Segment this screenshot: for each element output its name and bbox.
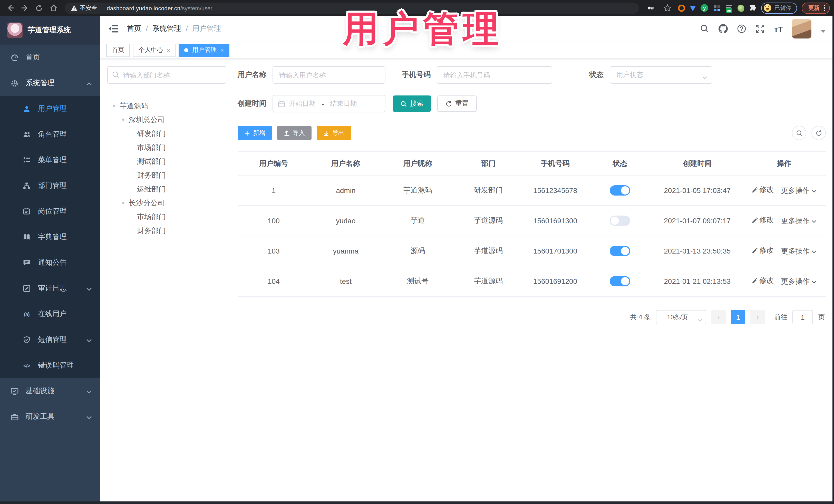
more-actions-label: 更多操作 bbox=[781, 186, 810, 196]
mobile-label: 手机号码 bbox=[402, 70, 431, 80]
extension-icon-orange-ring[interactable] bbox=[678, 4, 685, 12]
status-toggle[interactable] bbox=[610, 216, 630, 226]
username-input[interactable] bbox=[272, 66, 386, 84]
breadcrumb-system[interactable]: 系统管理 bbox=[152, 24, 181, 34]
browser-reload-button[interactable] bbox=[33, 2, 45, 14]
tree-caret-icon[interactable]: ▼ bbox=[111, 103, 119, 109]
sidebar-item-label: 首页 bbox=[26, 53, 92, 62]
page-1-button[interactable]: 1 bbox=[731, 310, 745, 324]
next-page-button[interactable]: › bbox=[750, 310, 765, 324]
sidebar-collapse-button[interactable] bbox=[108, 24, 118, 34]
chevron-down-icon bbox=[811, 250, 816, 253]
prev-page-button[interactable]: ‹ bbox=[711, 310, 726, 324]
sidebar-item-menu-management[interactable]: 菜单管理 bbox=[0, 147, 100, 173]
filter-row-1: 用户名称 手机号码 状态 用户状态 bbox=[238, 66, 826, 84]
help-icon[interactable] bbox=[737, 24, 746, 34]
github-icon[interactable] bbox=[719, 24, 728, 34]
cell-nickname: 源码 bbox=[382, 236, 454, 266]
dept-search-input[interactable] bbox=[107, 66, 226, 84]
mobile-input[interactable] bbox=[437, 66, 552, 84]
sidebar-item-system[interactable]: 系统管理 bbox=[0, 70, 100, 96]
edit-link[interactable]: 修改 bbox=[752, 216, 774, 225]
pagination-total: 共 4 条 bbox=[630, 312, 651, 322]
fullscreen-icon[interactable] bbox=[756, 24, 765, 34]
sidebar-item-online-users[interactable]: (a) 在线用户 bbox=[0, 301, 100, 327]
tree-node-label: 长沙分公司 bbox=[129, 198, 165, 207]
tree-node[interactable]: ▼芋道源码 bbox=[107, 99, 226, 113]
status-toggle[interactable] bbox=[610, 185, 630, 196]
extension-icon-on-badge[interactable]: on bbox=[725, 4, 733, 12]
refresh-table-button[interactable] bbox=[811, 126, 826, 140]
toggle-search-button[interactable] bbox=[792, 126, 806, 140]
search-button[interactable]: 搜索 bbox=[393, 95, 431, 112]
tab-profile[interactable]: 个人中心 × bbox=[133, 43, 176, 57]
sidebar-item-infrastructure[interactable]: 基础设施 bbox=[0, 378, 100, 404]
goto-page-input[interactable] bbox=[792, 310, 813, 324]
breadcrumb-home[interactable]: 首页 bbox=[127, 24, 141, 34]
edit-link[interactable]: 修改 bbox=[752, 246, 774, 255]
tree-node[interactable]: 市场部门 bbox=[107, 210, 226, 224]
security-indicator[interactable]: 不安全 bbox=[71, 4, 97, 12]
font-size-icon[interactable]: тT bbox=[774, 24, 783, 33]
extension-icon-green-y[interactable]: y bbox=[701, 4, 708, 12]
sidebar-item-dict-management[interactable]: 字典管理 bbox=[0, 224, 100, 250]
extensions-puzzle-icon[interactable] bbox=[749, 4, 756, 12]
profile-paused-chip[interactable]: 已暂停 bbox=[761, 2, 797, 14]
tab-home[interactable]: 首页 bbox=[106, 43, 130, 57]
avatar-caret-icon[interactable] bbox=[821, 30, 826, 33]
sidebar-item-user-management[interactable]: 用户管理 bbox=[0, 96, 100, 122]
status-toggle[interactable] bbox=[610, 276, 630, 286]
more-actions-dropdown[interactable]: 更多操作 bbox=[781, 186, 816, 196]
status-select[interactable]: 用户状态 bbox=[610, 66, 712, 84]
add-button[interactable]: 新增 bbox=[238, 126, 272, 140]
tree-node[interactable]: 运维部门 bbox=[107, 182, 226, 196]
tree-node[interactable]: 财务部门 bbox=[107, 224, 226, 238]
header-search-icon[interactable] bbox=[700, 24, 709, 34]
browser-home-button[interactable] bbox=[47, 2, 60, 14]
sidebar-item-role-management[interactable]: 角色管理 bbox=[0, 122, 100, 147]
sidebar-item-devtools[interactable]: 研发工具 bbox=[0, 404, 100, 430]
sidebar-item-home[interactable]: 首页 bbox=[0, 45, 100, 70]
tree-node[interactable]: 研发部门 bbox=[107, 127, 226, 140]
browser-back-button[interactable] bbox=[4, 2, 17, 14]
col-dept: 部门 bbox=[454, 152, 523, 175]
extension-icon-grid[interactable] bbox=[713, 4, 721, 12]
status-toggle[interactable] bbox=[610, 246, 630, 256]
import-button[interactable]: 导入 bbox=[277, 126, 311, 140]
export-button[interactable]: 导出 bbox=[317, 126, 351, 140]
sidebar-item-post-management[interactable]: 岗位管理 bbox=[0, 199, 100, 224]
sidebar-item-dept-management[interactable]: 部门管理 bbox=[0, 173, 100, 199]
tab-user-management[interactable]: 用户管理 × bbox=[179, 43, 229, 57]
refresh-icon bbox=[445, 100, 452, 107]
tree-node[interactable]: 测试部门 bbox=[107, 154, 226, 168]
bookmark-star-icon[interactable] bbox=[661, 2, 673, 14]
tree-node[interactable]: ▼深圳总公司 bbox=[107, 113, 226, 127]
more-actions-dropdown[interactable]: 更多操作 bbox=[781, 217, 816, 226]
edit-link[interactable]: 修改 bbox=[752, 276, 774, 285]
browser-update-button[interactable]: 更新 bbox=[802, 2, 830, 14]
app-logo[interactable]: 芋道管理系统 bbox=[0, 16, 100, 45]
tree-caret-icon[interactable]: ▼ bbox=[120, 200, 129, 206]
extension-icon-blue-gem[interactable] bbox=[690, 6, 696, 11]
tree-caret-icon[interactable]: ▼ bbox=[120, 117, 129, 123]
extension-icon-green-sprout[interactable] bbox=[738, 4, 744, 12]
browser-forward-button[interactable] bbox=[19, 2, 31, 14]
date-range-picker[interactable]: 开始日期 - 结束日期 bbox=[272, 95, 386, 112]
user-avatar[interactable] bbox=[792, 19, 811, 39]
tree-node[interactable]: ▼长沙分公司 bbox=[107, 196, 226, 210]
reset-button[interactable]: 重置 bbox=[437, 95, 477, 112]
sidebar-item-audit-log[interactable]: 审计日志 bbox=[0, 276, 100, 301]
edit-link[interactable]: 修改 bbox=[752, 185, 774, 195]
browser-menu-kebab-icon[interactable] bbox=[824, 5, 825, 11]
tree-node[interactable]: 财务部门 bbox=[107, 168, 226, 182]
sidebar-item-notice[interactable]: 通知公告 bbox=[0, 250, 100, 276]
password-key-icon[interactable] bbox=[644, 2, 656, 14]
tab-close-icon[interactable]: × bbox=[167, 47, 170, 53]
more-actions-dropdown[interactable]: 更多操作 bbox=[781, 247, 816, 256]
page-size-select[interactable]: 10条/页 bbox=[656, 310, 706, 324]
tab-close-icon[interactable]: × bbox=[220, 47, 224, 53]
sidebar-item-errcode-management[interactable]: </> 错误码管理 bbox=[0, 353, 100, 378]
tree-node[interactable]: 市场部门 bbox=[107, 140, 226, 154]
more-actions-dropdown[interactable]: 更多操作 bbox=[781, 277, 816, 286]
sidebar-item-sms-management[interactable]: 短信管理 bbox=[0, 327, 100, 353]
